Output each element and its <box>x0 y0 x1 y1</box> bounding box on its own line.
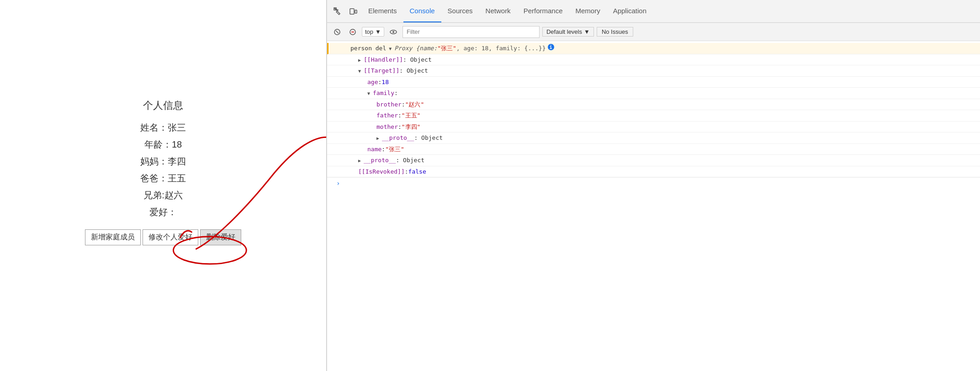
dad-line: 爸爸：王五 <box>140 172 186 185</box>
eye-icon[interactable] <box>387 26 400 38</box>
top-label: top <box>365 28 373 35</box>
svg-line-5 <box>336 31 339 33</box>
default-levels-label: Default levels <box>546 28 582 35</box>
default-levels-arrow: ▼ <box>584 28 590 35</box>
console-prompt[interactable]: › <box>327 177 980 189</box>
no-issues-button[interactable]: No Issues <box>597 27 633 37</box>
console-line-brother: brother : "赵六" <box>327 99 980 111</box>
no-issues-label: No Issues <box>602 28 628 35</box>
action-buttons: 新增家庭成员 修改个人爱好 删除爱好 <box>85 229 241 245</box>
info-icon: i <box>548 44 554 50</box>
tab-network[interactable]: Network <box>479 0 517 22</box>
svg-rect-2 <box>350 9 354 14</box>
console-line-handler: [[Handler]] : Object <box>327 54 980 66</box>
devtools-secondbar: top ▼ Default levels ▼ No Issues <box>327 23 980 41</box>
console-line-proto-target: __proto__ : Object <box>327 155 980 166</box>
page-title: 个人信息 <box>143 99 183 112</box>
target-expand[interactable] <box>358 66 364 75</box>
inspect-element-icon[interactable] <box>331 5 344 18</box>
console-line-target: [[Target]] : Object <box>327 65 980 77</box>
edit-hobby-button[interactable]: 修改个人爱好 <box>143 229 198 245</box>
top-dropdown-arrow: ▼ <box>375 28 381 35</box>
console-prefix: person del <box>350 44 386 53</box>
delete-hobby-button[interactable]: 删除爱好 <box>200 229 241 245</box>
tab-memory[interactable]: Memory <box>569 0 607 22</box>
tab-console[interactable]: Console <box>403 0 441 22</box>
console-line-age: age : 18 <box>327 77 980 88</box>
expand-proxy-arrow[interactable] <box>389 44 394 53</box>
console-line-proto-family: __proto__ : Object <box>327 132 980 144</box>
default-levels-button[interactable]: Default levels ▼ <box>542 27 594 37</box>
filter-icon[interactable] <box>346 26 359 38</box>
console-line-name: name : "张三" <box>327 144 980 155</box>
proto-target-expand[interactable] <box>358 156 364 165</box>
devtools-panel: Elements Console Sources Network Perform… <box>327 0 980 371</box>
age-line: 年龄：18 <box>144 138 182 151</box>
console-line-isrevoked: [[IsRevoked]] : false <box>327 166 980 178</box>
prompt-arrow: › <box>336 180 340 187</box>
tab-sources[interactable]: Sources <box>441 0 479 22</box>
family-expand[interactable] <box>367 89 373 98</box>
brother-line: 兄弟:赵六 <box>143 189 183 201</box>
console-line-father: father : "王五" <box>327 110 980 122</box>
webpage-panel: 个人信息 姓名：张三 年龄：18 妈妈：李四 爸爸：王五 兄弟:赵六 爱好： 新… <box>0 0 327 371</box>
webpage-content: 个人信息 姓名：张三 年龄：18 妈妈：李四 爸爸：王五 兄弟:赵六 爱好： 新… <box>85 99 241 245</box>
device-toolbar-icon[interactable] <box>346 5 360 18</box>
svg-point-9 <box>392 31 394 33</box>
console-line-family: family : <box>327 88 980 99</box>
tab-performance[interactable]: Performance <box>517 0 569 22</box>
devtools-tabs: Elements Console Sources Network Perform… <box>362 0 976 22</box>
name-line: 姓名：张三 <box>140 122 186 134</box>
devtools-topbar: Elements Console Sources Network Perform… <box>327 0 980 23</box>
proto-family-expand[interactable] <box>376 133 382 143</box>
hobby-line: 爱好： <box>149 206 177 218</box>
console-line-mother: mother : "李四" <box>327 122 980 133</box>
add-family-button[interactable]: 新增家庭成员 <box>85 229 141 245</box>
clear-console-icon[interactable] <box>331 26 344 38</box>
handler-expand[interactable] <box>358 55 364 64</box>
top-selector[interactable]: top ▼ <box>362 27 384 37</box>
tab-application[interactable]: Application <box>607 0 653 22</box>
filter-input[interactable] <box>403 26 540 38</box>
console-output: person del Proxy {name: "张三" , age: 18, … <box>327 41 980 371</box>
svg-rect-3 <box>355 10 357 13</box>
tab-elements[interactable]: Elements <box>362 0 403 22</box>
mom-line: 妈妈：李四 <box>140 155 186 168</box>
console-line-proxy: person del Proxy {name: "张三" , age: 18, … <box>327 43 980 54</box>
